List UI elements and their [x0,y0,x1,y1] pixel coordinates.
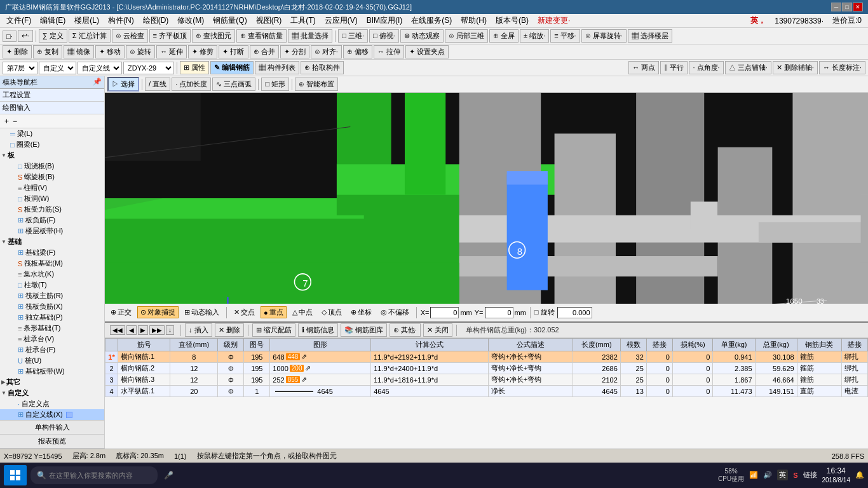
snap-normal[interactable]: ⊕ 正交 [107,306,135,318]
btn-view-rebar[interactable]: ⊕ 查看钢筋量 [236,29,287,43]
menu-new-change[interactable]: 新建变更· [534,14,574,27]
btn-other[interactable]: ⊕ 其他· [390,323,421,337]
project-settings[interactable]: 工程设置 [0,89,104,102]
btn-stretch[interactable]: ↔ 拉伸 [374,45,404,58]
btn-pan[interactable]: ≡ 平移· [550,29,580,43]
start-btn[interactable] [4,465,27,485]
menu-edit[interactable]: 编辑(E) [36,14,69,27]
table-row[interactable]: 4 水平纵筋.1 20 Φ 1 4645 4645 净长 4645 13 0 0… [105,386,868,397]
sidebar-item-slab-opening[interactable]: □ 板洞(W) [0,193,104,204]
snap-object[interactable]: ⊙ 对象捕捉 [137,306,179,318]
sidebar-item-spiral-slab[interactable]: S 螺旋板(B) [0,172,104,182]
sidebar-item-stair-slab[interactable]: ⊞ 楼层板带(H) [0,226,104,236]
btn-move[interactable]: ✦ 移动 [95,45,125,58]
btn-fullscreen[interactable]: ⊕ 全屏 [489,29,519,43]
plus-icon[interactable]: + [3,117,11,126]
btn-mirror[interactable]: ▦ 镜像 [64,45,94,58]
btn-summary[interactable]: Σ 汇总计算 [69,29,111,43]
sidebar-item-slab[interactable]: ▼ 板 [0,150,104,161]
snap-center[interactable]: ● 重点 [261,306,287,318]
btn-extend[interactable]: ↔ 延伸 [156,45,187,58]
sidebar-item-strip-found[interactable]: ≡ 条形基础(T) [0,323,104,334]
snap-midpoint[interactable]: △ 中点 [289,306,316,318]
btn-attribute[interactable]: ⊞ 属性 [180,61,209,74]
sidebar-item-raft-neg[interactable]: ⊞ 筏板负筋(X) [0,301,104,312]
menu-modify[interactable]: 修改(M) [173,14,208,27]
minus-icon[interactable]: − [11,117,19,126]
btn-del-row[interactable]: ✕ 删除 [215,323,244,337]
btn-rebar-info[interactable]: ℹ 钢筋信息 [298,323,338,337]
btn-edit-rebar[interactable]: ✎ 编辑钢筋 [210,61,254,74]
nav-last[interactable]: ▶▶ [149,325,165,335]
notification-icon[interactable]: 🔔 [855,471,864,479]
table-row[interactable]: 2 横向钢筋.2 12 Φ 195 1000200⇗ 11.9*d+2400+1… [105,363,868,374]
menu-input-method[interactable]: 英， [747,14,770,27]
btn-rotate[interactable]: ⊙ 旋转 [126,45,155,58]
nav-down[interactable]: ↓ [166,325,174,335]
table-row[interactable]: 1* 横向钢筋.1 8 Φ 195 648448⇗ 11.9*d+2192+11… [105,351,868,363]
snap-no-offset[interactable]: ◎ 不偏移 [377,306,412,318]
sidebar-item-foundation-beam[interactable]: ⊞ 基础梁(F) [0,247,104,258]
menu-online[interactable]: 在线服务(S) [407,14,456,27]
btn-trim[interactable]: ✦ 修剪 [188,45,217,58]
btn-undo[interactable]: ↩· [18,30,33,42]
sidebar-item-found-belt[interactable]: ⊞ 基础板带(W) [0,366,104,377]
layer-def-select[interactable]: 自定义 [39,62,76,74]
sidebar-item-set-pile[interactable]: ≡ 集水坑(K) [0,269,104,280]
btn-find-element[interactable]: ⊕ 查找图元 [192,29,235,43]
sidebar-item-custom-line[interactable]: ⊞ 自定义线(X) [0,409,104,420]
sidebar-item-pile[interactable]: U 桩(U) [0,355,104,366]
btn-rebar-lib[interactable]: 📚 钢筋图库 [341,323,387,337]
sidebar-item-beam[interactable]: ═ 梁(L) [0,128,104,139]
snap-vertex[interactable]: ◇ 顶点 [318,306,345,318]
sidebar-item-col-cap[interactable]: ≡ 柱帽(V) [0,182,104,193]
sidebar-item-raft-main[interactable]: ⊞ 筏板主筋(R) [0,290,104,301]
close-btn[interactable]: ✕ [853,3,863,11]
btn-draw-line[interactable]: / 直线 [145,78,170,91]
rebar-table-container[interactable]: 筋号 直径(mm) 级别 图号 图形 计算公式 公式描述 长度(mm) 根数 搭… [105,338,868,449]
btn-two-point[interactable]: ↔ 两点 [628,61,659,74]
btn-define[interactable]: ∑ 定义 [39,29,67,43]
sidebar-item-foundation[interactable]: ▼ 基础 [0,236,104,247]
snap-intersect[interactable]: ✕ 交点 [231,306,258,318]
btn-set-grip[interactable]: ✦ 设置夹点 [405,45,449,58]
btn-copy[interactable]: ⊕ 复制 [33,45,62,58]
maximize-btn[interactable]: □ [842,3,852,11]
menu-view[interactable]: 视图(R) [252,14,286,27]
btn-three-point-aux[interactable]: △ 三点辅轴· [725,61,771,74]
menu-component[interactable]: 构件(N) [104,14,138,27]
search-box[interactable]: 🔍 在这里输入你要搜索的内容 [31,466,158,484]
sidebar-pin[interactable]: 📌 [93,78,102,87]
btn-insert[interactable]: ↓ 插入 [185,323,212,337]
input-y[interactable] [485,307,513,318]
antivirus-icon[interactable]: S [793,471,797,479]
btn-component-list[interactable]: ▦ 构件列表 [255,61,299,74]
btn-local-3d[interactable]: ⊙ 局部三维 [445,29,488,43]
sidebar-item-pile-cap[interactable]: ≡ 桩承台(V) [0,334,104,344]
menu-version[interactable]: 版本号(B) [492,14,532,27]
menu-bim[interactable]: BIM应用(I) [363,14,407,27]
snap-coord[interactable]: ⊕ 坐标 [348,306,375,318]
sidebar-item-slab-distribute[interactable]: ⊞ 板负筋(F) [0,215,104,226]
btn-new[interactable]: □· [3,30,17,42]
btn-del-aux[interactable]: ✕ 删除辅轴· [773,61,818,74]
sidebar-item-iso-found[interactable]: ⊞ 独立基础(P) [0,312,104,323]
input-method[interactable]: 英 [777,470,788,480]
btn-three-arc[interactable]: ∿ 三点画弧 [212,78,255,91]
btn-merge[interactable]: ⊕ 合并 [250,45,279,58]
btn-batch-select[interactable]: ▦ 批量选择 [288,29,332,43]
menu-cost[interactable]: 造价豆:0 [829,14,865,27]
input-rotate[interactable] [557,307,592,318]
menu-help[interactable]: 帮助(H) [457,14,491,27]
sidebar-item-pile-found[interactable]: ⊞ 桩承台(F) [0,344,104,355]
btn-cloud-check[interactable]: ⊙ 云检查 [112,29,148,43]
nav-first[interactable]: ◀◀ [110,325,125,335]
btn-pick-component[interactable]: ⊕ 拾取构件 [301,61,344,74]
minimize-btn[interactable]: ─ [831,3,841,11]
btn-screen-rotate[interactable]: ⊙ 屏幕旋转· [581,29,627,43]
btn-zoom[interactable]: ± 缩放· [520,29,549,43]
sidebar-item-custom[interactable]: ▼ 自定义 [0,388,104,398]
menu-file[interactable]: 文件(F) [3,14,35,27]
nav-next[interactable]: ▶ [138,325,148,335]
btn-point-angle[interactable]: · 点角度· [689,61,723,74]
